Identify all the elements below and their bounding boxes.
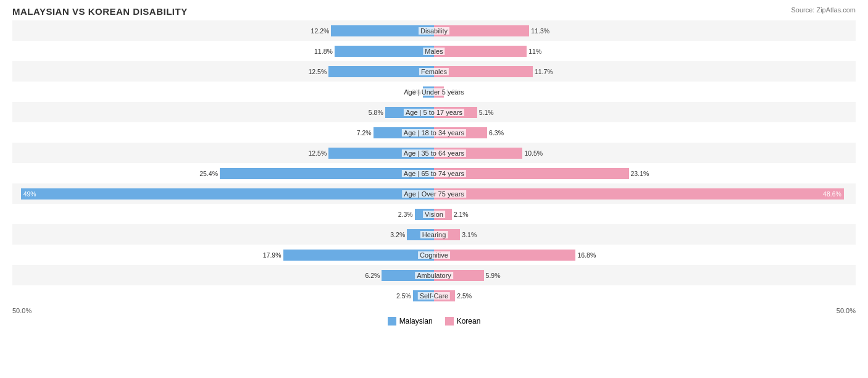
chart-row: Females12.5%11.7% <box>12 61 856 82</box>
center-label: Cognitive <box>418 251 450 259</box>
chart-row: Age | 65 to 74 years25.4%23.1% <box>12 163 856 183</box>
legend: Malaysian Korean <box>12 317 856 326</box>
val-left: 12.2% <box>311 27 330 35</box>
chart-title: MALAYSIAN VS KOREAN DISABILITY <box>12 6 856 17</box>
center-label: Age | 18 to 34 years <box>402 129 466 136</box>
center-label: Males <box>423 48 444 55</box>
chart-row: Vision2.3%2.1% <box>12 204 856 224</box>
center-label: Vision <box>423 211 445 218</box>
chart-row: Hearing3.2%3.1% <box>12 224 856 245</box>
val-left: 12.5% <box>308 149 327 157</box>
val-left: 11.8% <box>314 48 333 55</box>
val-right: 11% <box>528 48 541 55</box>
val-left: 2.5% <box>396 292 411 300</box>
val-left: 2.3% <box>398 211 413 218</box>
malaysian-color-box <box>388 317 396 326</box>
axis-left: 50.0% <box>12 307 31 314</box>
val-right: 3.1% <box>462 231 477 238</box>
legend-malaysian: Malaysian <box>388 317 433 326</box>
center-label: Age | 5 to 17 years <box>404 109 464 116</box>
val-left: 25.4% <box>199 170 218 177</box>
bar-malaysian: 49% <box>21 188 434 200</box>
center-label: Age | 65 to 74 years <box>402 170 466 177</box>
source-text: Source: ZipAtlas.com <box>791 6 856 14</box>
val-right: 48.6% <box>823 190 841 198</box>
val-left: 12.5% <box>308 68 327 75</box>
malaysian-label: Malaysian <box>399 317 433 326</box>
chart-container: MALAYSIAN VS KOREAN DISABILITY Source: Z… <box>0 0 868 378</box>
val-right: 11.7% <box>535 68 553 75</box>
val-left: 17.9% <box>263 251 282 259</box>
val-right: 2.5% <box>457 292 472 300</box>
chart-row: Age | 5 to 17 years5.8%5.1% <box>12 102 856 122</box>
chart-row: Age | Under 5 years1.3%1.2% <box>12 82 856 102</box>
val-right: 6.3% <box>489 129 504 136</box>
val-right: 10.5% <box>524 149 543 157</box>
axis-labels: 50.0% 50.0% <box>12 307 856 314</box>
chart-row: Disability12.2%11.3% <box>12 20 856 41</box>
center-label: Hearing <box>420 231 448 238</box>
val-right: 5.9% <box>486 272 501 279</box>
legend-korean: Korean <box>445 317 481 326</box>
val-left: 3.2% <box>390 231 405 238</box>
chart-row: Cognitive17.9%16.8% <box>12 245 856 265</box>
val-left: 7.2% <box>357 129 372 136</box>
chart-row: Ambulatory6.2%5.9% <box>12 265 856 285</box>
center-label: Disability <box>419 27 449 35</box>
center-label: Age | Under 5 years <box>402 88 466 96</box>
val-right: 2.1% <box>454 211 469 218</box>
bar-malaysian <box>335 46 434 57</box>
chart-row: Males11.8%11% <box>12 41 856 61</box>
val-right: 11.3% <box>531 27 549 35</box>
bar-korean <box>434 250 575 261</box>
bar-korean <box>434 46 527 57</box>
val-left: 6.2% <box>365 272 380 279</box>
chart-row: Self-Care2.5%2.5% <box>12 285 856 306</box>
chart-area: Disability12.2%11.3%Males11.8%11%Females… <box>12 20 856 306</box>
val-left: 5.8% <box>369 109 383 116</box>
chart-row: 49%48.6%Age | Over 75 years <box>12 183 856 204</box>
val-right: 5.1% <box>479 109 494 116</box>
axis-right: 50.0% <box>837 307 856 314</box>
chart-row: Age | 18 to 34 years7.2%6.3% <box>12 122 856 143</box>
bar-malaysian <box>283 250 435 261</box>
bar-korean: 48.6% <box>434 188 844 200</box>
center-label: Ambulatory <box>415 272 453 279</box>
val-right: 16.8% <box>577 251 596 259</box>
bar-malaysian <box>328 66 434 77</box>
center-label: Self-Care <box>418 292 450 300</box>
center-label: Age | 35 to 64 years <box>402 149 466 157</box>
center-label: Females <box>419 68 449 75</box>
val-left: 49% <box>23 190 36 198</box>
val-right: 23.1% <box>631 170 649 177</box>
korean-color-box <box>445 317 454 326</box>
center-label: Age | Over 75 years <box>402 190 466 198</box>
chart-row: Age | 35 to 64 years12.5%10.5% <box>12 143 856 163</box>
korean-label: Korean <box>457 317 481 326</box>
